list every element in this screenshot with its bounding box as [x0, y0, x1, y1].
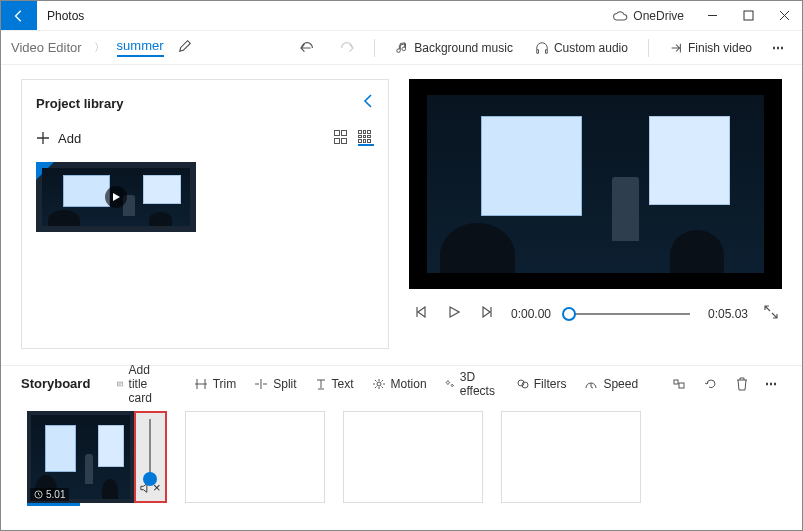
motion-button[interactable]: Motion — [365, 374, 434, 394]
speed-icon — [584, 378, 598, 390]
video-preview[interactable] — [409, 79, 782, 289]
storyboard-clip-1[interactable]: 5.01 × — [27, 411, 167, 503]
expand-icon — [764, 305, 778, 319]
speed-label: Speed — [603, 377, 638, 391]
storyboard-empty-slot[interactable] — [343, 411, 483, 503]
volume-slider[interactable] — [149, 419, 151, 480]
play-icon — [448, 306, 460, 318]
step-back-icon — [414, 306, 426, 318]
text-icon — [315, 378, 327, 390]
breadcrumb-root[interactable]: Video Editor — [11, 40, 82, 55]
speed-button[interactable]: Speed — [577, 374, 645, 394]
motion-icon — [372, 378, 386, 390]
divider — [374, 39, 375, 57]
add-title-card-button[interactable]: Add title card — [110, 360, 166, 408]
collapse-library-button[interactable] — [362, 94, 374, 112]
pencil-icon — [178, 39, 192, 53]
chevron-right-icon: 〉 — [94, 40, 105, 55]
trim-icon — [194, 378, 208, 390]
library-title: Project library — [36, 96, 123, 111]
minimize-button[interactable] — [694, 1, 730, 31]
clock-icon — [34, 490, 43, 499]
title-card-label: Add title card — [129, 363, 160, 405]
clip-duration-badge: 5.01 — [30, 488, 69, 501]
close-button[interactable] — [766, 1, 802, 31]
current-time: 0:00.00 — [511, 307, 551, 321]
play-overlay-icon — [105, 186, 127, 208]
redo-button[interactable] — [330, 37, 362, 59]
headphones-icon — [535, 41, 549, 55]
trim-label: Trim — [213, 377, 237, 391]
clip-thumbnail — [31, 415, 130, 499]
finish-label: Finish video — [688, 41, 752, 55]
clip-progress-indicator — [27, 503, 80, 506]
view-large-grid-button[interactable] — [334, 130, 350, 146]
delete-button[interactable] — [729, 374, 755, 394]
split-icon — [254, 378, 268, 390]
resize-icon — [672, 378, 686, 390]
storyboard-empty-slot[interactable] — [501, 411, 641, 503]
step-forward-button[interactable] — [477, 306, 499, 321]
redo-icon — [338, 41, 354, 55]
motion-label: Motion — [391, 377, 427, 391]
finish-video-button[interactable]: Finish video — [661, 37, 760, 59]
more-button[interactable]: ⋯ — [766, 37, 792, 59]
sparkle-icon — [445, 378, 455, 390]
divider — [648, 39, 649, 57]
app-title: Photos — [47, 9, 84, 23]
svg-rect-8 — [674, 380, 678, 384]
undo-icon — [300, 41, 316, 55]
cloud-icon — [612, 10, 628, 22]
filters-label: Filters — [534, 377, 567, 391]
music-icon — [395, 41, 409, 55]
storyboard-title: Storyboard — [21, 376, 90, 391]
volume-handle[interactable] — [143, 472, 157, 486]
total-duration: 0:05.03 — [708, 307, 748, 321]
split-button[interactable]: Split — [247, 374, 303, 394]
chevron-left-icon — [362, 94, 374, 108]
resize-button[interactable] — [665, 375, 693, 393]
export-icon — [669, 41, 683, 55]
storyboard-more-button[interactable]: ⋯ — [759, 373, 785, 395]
storyboard-empty-slot[interactable] — [185, 411, 325, 503]
maximize-button[interactable] — [730, 1, 766, 31]
custom-audio-button[interactable]: Custom audio — [527, 37, 636, 59]
library-clip[interactable] — [36, 162, 196, 232]
effects-label: 3D effects — [460, 370, 499, 398]
back-button[interactable] — [1, 1, 37, 30]
fullscreen-button[interactable] — [760, 305, 782, 322]
clip-volume-panel[interactable]: × — [134, 411, 167, 503]
onedrive-label: OneDrive — [633, 9, 684, 23]
svg-rect-2 — [118, 382, 123, 386]
undo-button[interactable] — [292, 37, 324, 59]
bg-music-label: Background music — [414, 41, 513, 55]
filters-icon — [517, 378, 529, 390]
custom-audio-label: Custom audio — [554, 41, 628, 55]
add-label: Add — [58, 131, 81, 146]
trash-icon — [736, 377, 748, 391]
trim-button[interactable]: Trim — [187, 374, 244, 394]
add-media-button[interactable]: Add — [36, 131, 81, 146]
rotate-icon — [704, 378, 718, 390]
preview-frame — [427, 95, 764, 273]
seek-handle[interactable] — [562, 307, 576, 321]
play-button[interactable] — [443, 306, 465, 321]
svg-rect-9 — [679, 383, 684, 388]
3d-effects-button[interactable]: 3D effects — [438, 367, 506, 401]
svg-rect-1 — [744, 11, 753, 20]
seek-slider[interactable] — [569, 313, 690, 315]
onedrive-button[interactable]: OneDrive — [602, 9, 694, 23]
step-back-button[interactable] — [409, 306, 431, 321]
project-library-panel: Project library Add — [21, 79, 389, 349]
rename-button[interactable] — [178, 39, 192, 56]
view-small-grid-button[interactable] — [358, 130, 374, 146]
breadcrumb-project[interactable]: summer — [117, 38, 164, 57]
title-card-icon — [117, 378, 123, 390]
text-label: Text — [332, 377, 354, 391]
split-label: Split — [273, 377, 296, 391]
text-button[interactable]: Text — [308, 374, 361, 394]
filters-button[interactable]: Filters — [510, 374, 574, 394]
rotate-button[interactable] — [697, 375, 725, 393]
background-music-button[interactable]: Background music — [387, 37, 521, 59]
step-forward-icon — [482, 306, 494, 318]
